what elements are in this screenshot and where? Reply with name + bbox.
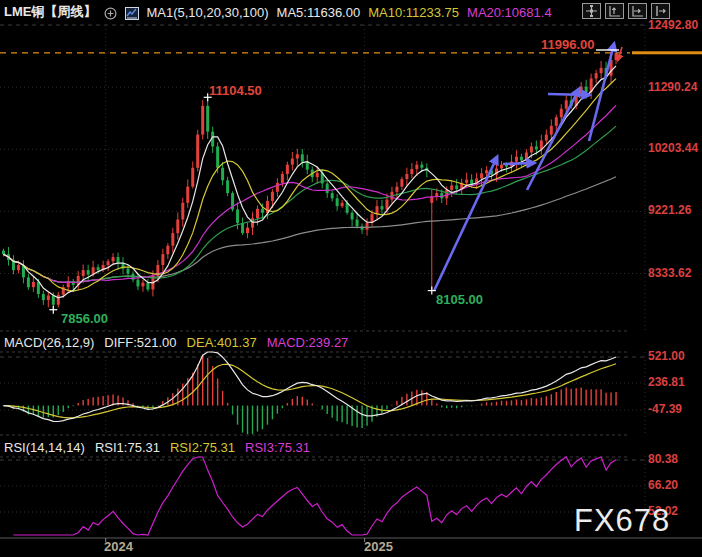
chart-type-icon[interactable] xyxy=(125,6,138,19)
circle-plus-icon[interactable] xyxy=(104,6,117,19)
ma10-value: MA10:11233.75 xyxy=(368,5,459,20)
macd-axis-label: 521.00 xyxy=(648,349,702,363)
macd-axis-label: 236.81 xyxy=(648,375,702,389)
rsi1-value: RSI1:75.31 xyxy=(95,440,160,455)
price-axis-label: 10203.44 xyxy=(648,141,702,155)
gridlines xyxy=(0,25,702,542)
year-label-2025: 2025 xyxy=(364,539,393,554)
macd-header: MACD(26,12,9) DIFF:521.00 DEA:401.37 MAC… xyxy=(4,333,348,351)
instrument-title: LME铜【周线】 xyxy=(4,3,96,21)
candles xyxy=(2,50,618,310)
macd-diff-value: DIFF:521.00 xyxy=(104,335,176,350)
watermark: FX678 xyxy=(574,503,670,539)
axis-scale-right-icon[interactable] xyxy=(628,3,647,19)
macd-panel-graphics xyxy=(4,352,617,434)
macd-value: MACD:239.27 xyxy=(267,335,349,350)
macd-title: MACD(26,12,9) xyxy=(4,335,94,350)
ma5-value: MA5:11636.00 xyxy=(277,5,361,20)
ma-lines xyxy=(4,66,617,298)
chart-app-window: LME铜【周线】 MA1(5,10,20,30,100) MA5:11636.0… xyxy=(0,0,702,557)
rsi3-value: RSI3:75.31 xyxy=(245,440,310,455)
peak-price-label: 11104.50 xyxy=(209,83,262,98)
rsi-panel-graphics xyxy=(14,457,617,535)
ma-settings-label: MA1(5,10,20,30,100) xyxy=(146,5,268,20)
price-chart-canvas[interactable] xyxy=(0,0,702,557)
axis-scale-up-icon[interactable] xyxy=(605,3,624,19)
rsi2-value: RSI2:75.31 xyxy=(170,440,235,455)
price-axis-label: 8333.62 xyxy=(648,266,702,280)
low-price-label: 7856.00 xyxy=(61,311,108,326)
chart-toolbar xyxy=(582,3,670,19)
rsi-header: RSI(14,14,14) RSI1:75.31 RSI2:75.31 RSI3… xyxy=(4,438,310,456)
macd-axis-label: -47.39 xyxy=(648,402,702,416)
ma20-value: MA20:10681.4 xyxy=(467,5,552,20)
rsi-title: RSI(14,14,14) xyxy=(4,440,85,455)
pane-shift-right-icon[interactable] xyxy=(651,3,670,19)
macd-dea-value: DEA:401.37 xyxy=(187,335,257,350)
crash-low-label: 8105.00 xyxy=(436,292,483,307)
rsi-axis-label: 66.20 xyxy=(648,478,702,492)
current-price-label: 11996.00 xyxy=(541,37,595,52)
crosshair-move-icon[interactable] xyxy=(582,3,601,19)
year-label-2024: 2024 xyxy=(104,539,133,554)
rsi-axis-label: 80.38 xyxy=(648,452,702,466)
price-axis-label: 9221.26 xyxy=(648,203,702,217)
price-axis-label: 11290.24 xyxy=(648,80,702,94)
price-axis-label: 12492.80 xyxy=(648,18,702,32)
